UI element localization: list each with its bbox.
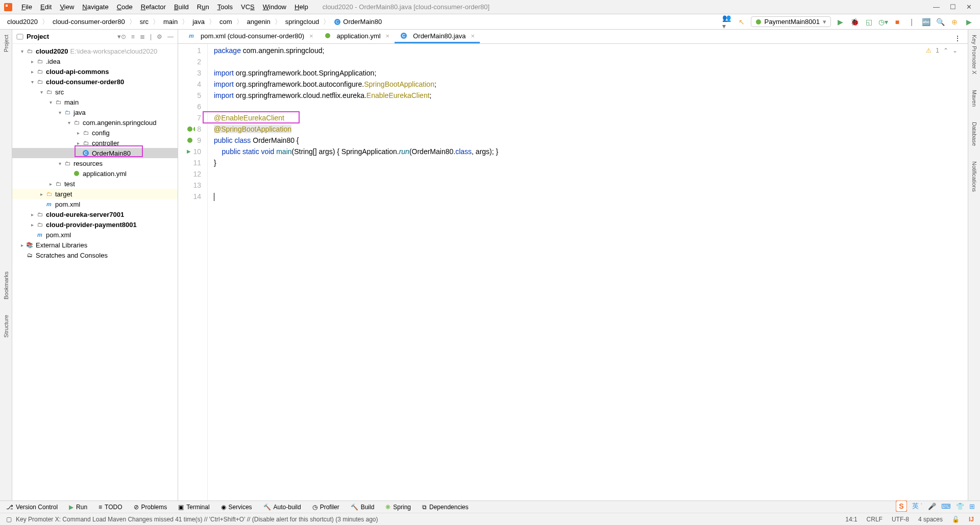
tree-ext-lib[interactable]: ▸📚External Libraries: [12, 240, 178, 250]
tree-main[interactable]: ▾🗀main: [12, 97, 178, 107]
crumb-4[interactable]: java: [191, 18, 206, 26]
tw-terminal[interactable]: ▣Terminal: [178, 504, 209, 511]
structure-tool-button[interactable]: Structure: [3, 315, 9, 338]
tree-ordermain[interactable]: COrderMain80: [12, 148, 178, 158]
tree-target[interactable]: ▸🗀target: [12, 189, 178, 199]
menu-run[interactable]: Run: [193, 3, 213, 11]
tw-run[interactable]: ▶Run: [69, 504, 87, 511]
tab-pom[interactable]: m pom.xml (cloud-consumer-order80) ×: [182, 30, 318, 43]
bookmarks-tool-button[interactable]: Bookmarks: [3, 271, 9, 299]
crumb-7[interactable]: springcloud: [284, 18, 321, 26]
tree-controller[interactable]: ▸🗀controller: [12, 138, 178, 148]
menu-tools[interactable]: Tools: [213, 3, 237, 11]
next-highlight-icon[interactable]: ⌄: [952, 47, 958, 54]
tab-appyml[interactable]: application.yml ×: [318, 30, 395, 43]
run-icon[interactable]: ▶: [835, 17, 845, 27]
tree-consumer[interactable]: ▾🗀cloud-consumer-order80: [12, 77, 178, 87]
tw-todo[interactable]: ≡TODO: [99, 504, 122, 511]
crumb-5[interactable]: com: [218, 18, 233, 26]
menu-vcs[interactable]: VCS: [237, 3, 259, 11]
status-line-col[interactable]: 14:1: [845, 516, 857, 523]
crumb-6[interactable]: angenin: [246, 18, 272, 26]
expand-all-icon[interactable]: ≡: [131, 33, 135, 40]
crumb-2[interactable]: src: [139, 18, 150, 26]
tab-close-icon[interactable]: ×: [471, 32, 475, 40]
collapse-all-icon[interactable]: ≣: [140, 33, 145, 40]
locate-icon[interactable]: ⊙: [121, 33, 126, 40]
tw-profiler[interactable]: ◷Profiler: [312, 504, 339, 511]
tree-idea[interactable]: ▸🗀.idea: [12, 56, 178, 66]
run-gutter-icon[interactable]: ▶: [187, 146, 191, 157]
run-config-select[interactable]: PaymentMain8001 ▾: [751, 16, 831, 27]
user-icon[interactable]: 👥▾: [722, 17, 732, 27]
back-icon[interactable]: ↖: [737, 17, 747, 27]
maven-tool-button[interactable]: Maven: [971, 90, 977, 107]
menu-window[interactable]: Window: [259, 3, 290, 11]
tree-root[interactable]: ▾🗀 cloud2020 E:\idea-workspace\cloud2020: [12, 46, 178, 56]
ime-keyb-icon[interactable]: ⌨: [941, 503, 951, 510]
run-anything-icon[interactable]: ▶: [964, 17, 974, 27]
menu-build[interactable]: Build: [170, 3, 193, 11]
tree-test[interactable]: ▸🗀test: [12, 179, 178, 189]
tab-more-icon[interactable]: ⋮: [952, 33, 963, 43]
tree-provider[interactable]: ▸🗀cloud-provider-payment8001: [12, 219, 178, 230]
menu-navigate[interactable]: Navigate: [78, 3, 112, 11]
prev-highlight-icon[interactable]: ⌃: [943, 47, 948, 54]
ime-lang-icon[interactable]: 英 ˙: [912, 502, 923, 511]
menu-help[interactable]: Help: [290, 3, 312, 11]
spring-run-icon[interactable]: [187, 126, 195, 132]
status-ide-icon[interactable]: IJ: [969, 516, 974, 523]
status-tool-icon[interactable]: ▢: [6, 516, 12, 523]
project-tree[interactable]: ▾🗀 cloud2020 E:\idea-workspace\cloud2020…: [12, 44, 178, 262]
tree-eureka[interactable]: ▸🗀cloud-eureka-server7001: [12, 209, 178, 219]
tree-appyml[interactable]: application.yml: [12, 168, 178, 179]
notifications-tool-button[interactable]: Notifications: [971, 161, 977, 192]
crumb-3[interactable]: main: [162, 18, 179, 26]
sogou-icon[interactable]: S: [896, 501, 907, 512]
menu-edit[interactable]: Edit: [36, 3, 56, 11]
tab-ordermain[interactable]: C OrderMain80.java ×: [395, 30, 480, 43]
translate-icon[interactable]: 🔤: [921, 17, 931, 27]
status-line-sep[interactable]: CRLF: [867, 516, 883, 523]
tw-version-control[interactable]: ⎇Version Control: [6, 504, 58, 511]
ime-mic-icon[interactable]: 🎤: [928, 503, 936, 510]
status-encoding[interactable]: UTF-8: [892, 516, 909, 523]
debug-icon[interactable]: 🐞: [849, 17, 860, 27]
tree-src[interactable]: ▾🗀src: [12, 87, 178, 97]
menu-refactor[interactable]: Refactor: [137, 3, 170, 11]
menu-code[interactable]: Code: [113, 3, 137, 11]
tw-build[interactable]: 🔨Build: [351, 504, 375, 511]
status-indent[interactable]: 4 spaces: [918, 516, 943, 523]
settings-icon[interactable]: ⊕: [949, 17, 960, 27]
run-gutter-icon[interactable]: [187, 137, 195, 143]
tree-pkg[interactable]: ▾🗀com.angenin.springcloud: [12, 117, 178, 128]
tw-services[interactable]: ◉Services: [221, 504, 252, 511]
keypromoter-tool-button[interactable]: Key Promoter X: [971, 35, 977, 74]
crumb-8[interactable]: OrderMain80: [342, 18, 383, 26]
tree-resources[interactable]: ▾🗀resources: [12, 158, 178, 168]
tw-problems[interactable]: ⊘Problems: [134, 504, 167, 511]
project-tool-button[interactable]: Project: [3, 35, 9, 52]
tree-pom[interactable]: mpom.xml: [12, 199, 178, 209]
crumb-0[interactable]: cloud2020: [6, 18, 39, 26]
code-editor[interactable]: 1234567 8 9 ▶10 11121314 package com.ang…: [178, 44, 968, 501]
tw-autobuild[interactable]: 🔨Auto-build: [263, 504, 301, 511]
tab-close-icon[interactable]: ×: [309, 32, 313, 40]
tw-spring[interactable]: ❋Spring: [385, 504, 411, 511]
menu-file[interactable]: File: [17, 3, 36, 11]
code-content[interactable]: package com.angenin.springcloud; import …: [208, 44, 968, 501]
window-maximize[interactable]: ☐: [950, 3, 956, 11]
menu-view[interactable]: View: [56, 3, 78, 11]
window-minimize[interactable]: —: [933, 3, 940, 11]
stop-icon[interactable]: ■: [892, 17, 902, 27]
profile-icon[interactable]: ◷▾: [878, 17, 888, 27]
tree-java[interactable]: ▾🗀java: [12, 107, 178, 117]
coverage-icon[interactable]: ◱: [864, 17, 874, 27]
ime-grid-icon[interactable]: ⊞: [969, 503, 975, 510]
tw-dependencies[interactable]: ⧉Dependencies: [422, 504, 469, 511]
project-view-select[interactable]: ▾: [117, 33, 121, 40]
search-icon[interactable]: 🔍: [935, 17, 945, 27]
window-close[interactable]: ✕: [966, 3, 972, 11]
tree-scratches[interactable]: 🗂Scratches and Consoles: [12, 250, 178, 260]
settings-gear-icon[interactable]: ⚙: [157, 33, 162, 40]
